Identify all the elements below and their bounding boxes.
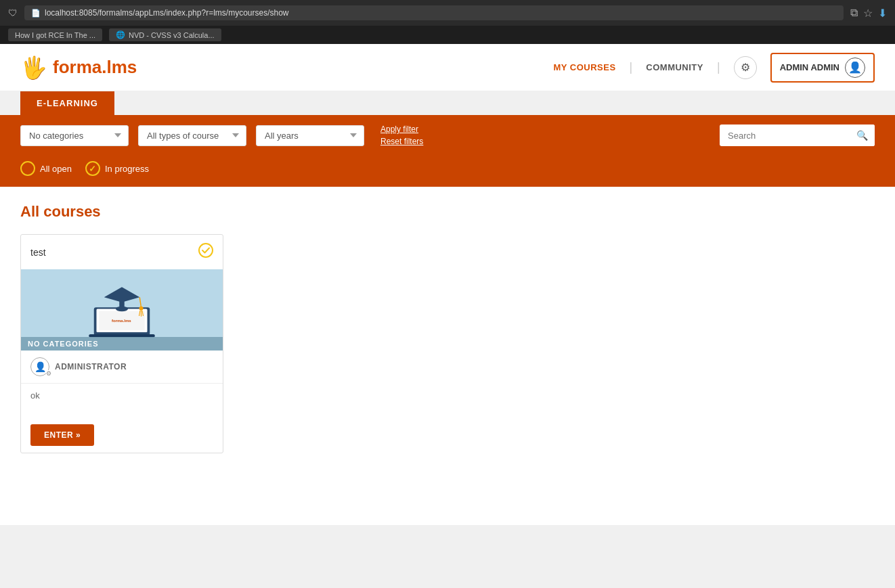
user-name-label: ADMIN ADMIN (780, 62, 839, 72)
all-open-label: All open (40, 164, 72, 174)
section-title: All courses (20, 203, 875, 221)
card-footer: ENTER (21, 417, 223, 453)
course-title: test (30, 247, 46, 258)
course-description: ok (21, 384, 223, 417)
url-text: localhost:8085/formalms/appLms/index.php… (45, 8, 289, 18)
course-category-label: NO CATEGORIES (21, 337, 223, 350)
shield-icon: 🛡 (8, 7, 18, 18)
browser-tab-2[interactable]: 🌐 NVD - CVSS v3 Calcula... (109, 28, 221, 41)
course-illustration: forma.lms (81, 276, 162, 344)
logo-text-accent: lms (106, 57, 137, 77)
in-progress-circle (85, 161, 100, 176)
filter-actions: Apply filter Reset filters (380, 125, 423, 146)
logo[interactable]: 🖐 forma.lms (20, 55, 137, 81)
browser-tabs: How I got RCE In The ... 🌐 NVD - CVSS v3… (0, 26, 895, 44)
user-menu-button[interactable]: ADMIN ADMIN 👤 (770, 53, 875, 83)
course-status-icon (198, 243, 213, 261)
logo-text-plain: forma. (53, 57, 106, 77)
in-progress-filter[interactable]: In progress (85, 161, 149, 176)
svg-point-8 (116, 307, 128, 312)
main-content: All courses test (0, 187, 895, 525)
description-text: ok (30, 390, 40, 401)
card-author: 👤 ⚙ ADMINISTRATOR (21, 350, 223, 384)
in-progress-label: In progress (105, 164, 149, 174)
course-type-select[interactable]: All types of course (138, 125, 246, 146)
card-header: test (21, 235, 223, 269)
tab-bar: E-LEARNING (0, 91, 895, 115)
download-icon: ⬇ (878, 7, 887, 20)
tab1-label: How I got RCE In The ... (15, 31, 95, 39)
settings-button[interactable]: ⚙ (734, 56, 757, 79)
header-nav: MY COURSES | COMMUNITY | ⚙ ADMIN ADMIN 👤 (553, 53, 875, 83)
enter-button[interactable]: ENTER (30, 424, 94, 446)
author-gear-icon: ⚙ (46, 370, 51, 377)
tab2-label: NVD - CVSS v3 Calcula... (129, 31, 215, 39)
svg-point-10 (139, 307, 144, 311)
svg-point-0 (199, 244, 213, 257)
reset-filters-link[interactable]: Reset filters (380, 137, 423, 146)
user-avatar-icon: 👤 (845, 58, 865, 78)
logo-text: forma.lms (53, 57, 137, 78)
course-image: forma.lms NO CATEGORIES (21, 269, 223, 350)
svg-line-9 (139, 297, 141, 307)
author-avatar: 👤 ⚙ (30, 357, 49, 376)
filter-bar: No categories All types of course All ye… (0, 115, 895, 156)
browser-icons: ⧉ ☆ ⬇ (850, 7, 887, 20)
page-icon: 📄 (31, 9, 41, 18)
app-header: 🖐 forma.lms MY COURSES | COMMUNITY | ⚙ A… (0, 44, 895, 91)
search-box: 🔍 (720, 125, 875, 146)
url-bar[interactable]: 📄 localhost:8085/formalms/appLms/index.p… (24, 5, 844, 20)
category-select[interactable]: No categories (20, 125, 129, 146)
browser-tab-1[interactable]: How I got RCE In The ... (8, 28, 102, 41)
status-bar: All open In progress (0, 156, 895, 187)
logo-hand-icon: 🖐 (20, 55, 47, 81)
nav-divider-2: | (717, 60, 720, 74)
search-button[interactable]: 🔍 (850, 125, 875, 146)
nav-my-courses[interactable]: MY COURSES (553, 62, 615, 72)
all-open-circle (20, 161, 35, 176)
all-open-filter[interactable]: All open (20, 161, 72, 176)
svg-text:forma.lms: forma.lms (112, 319, 131, 323)
extensions-icon: ⧉ (850, 7, 858, 20)
tab-elearning[interactable]: E-LEARNING (20, 91, 114, 115)
checkmark-circle-icon (198, 243, 213, 258)
browser-chrome: 🛡 📄 localhost:8085/formalms/appLms/index… (0, 0, 895, 26)
bookmark-icon: ☆ (863, 7, 873, 20)
globe-icon: 🌐 (116, 30, 125, 39)
author-name: ADMINISTRATOR (55, 362, 127, 371)
search-input[interactable] (720, 125, 850, 146)
course-grid: test forma.lms (20, 234, 875, 453)
course-card: test forma.lms (20, 234, 223, 453)
nav-divider: | (630, 60, 633, 74)
nav-community[interactable]: COMMUNITY (646, 62, 703, 72)
apply-filter-link[interactable]: Apply filter (380, 125, 423, 134)
year-select[interactable]: All years (256, 125, 364, 146)
